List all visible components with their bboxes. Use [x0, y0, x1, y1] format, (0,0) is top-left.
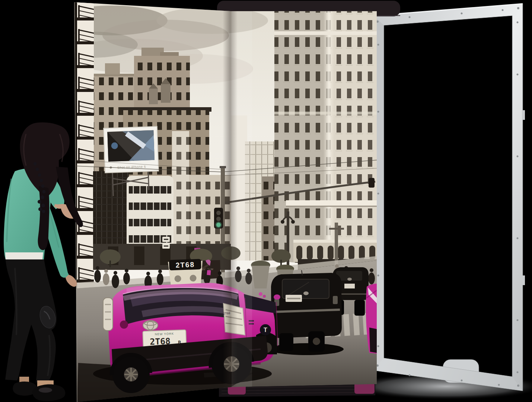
pink-accent	[207, 270, 211, 275]
taxi-taillight-left	[103, 298, 113, 331]
taxi-mirror	[274, 294, 280, 300]
taxi-roof-sign: 2T68	[168, 259, 203, 286]
taxi-roof-number: 2T68	[175, 261, 195, 269]
green-light	[216, 223, 221, 227]
plate-state: NEW YORK	[155, 332, 174, 336]
taxi-round-lamp	[120, 320, 128, 329]
flatiron-building	[274, 10, 378, 270]
shirt-hem	[5, 252, 43, 259]
door-logo-letter: T	[264, 327, 267, 333]
shoe-front	[32, 385, 65, 401]
fabric-graphic-panel: Shot on iPhone 6	[48, 0, 379, 402]
banner-display-scene: Shot on iPhone 6	[0, 0, 532, 402]
product-photo: Shot on iPhone 6	[0, 0, 532, 402]
traffic-light	[214, 208, 223, 229]
frame-clip-tab	[522, 110, 525, 120]
frame-clip-tab	[522, 275, 525, 285]
